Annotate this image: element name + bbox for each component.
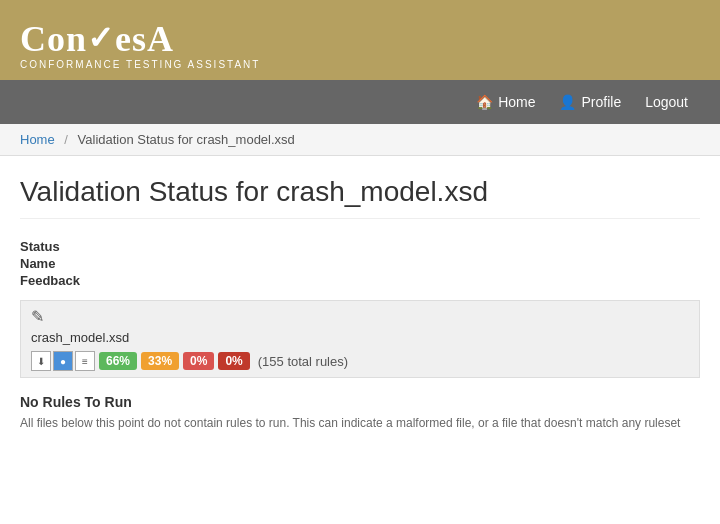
badge-66: 66%: [99, 352, 137, 370]
nav-home[interactable]: 🏠 Home: [464, 94, 547, 110]
breadcrumb-current: Validation Status for crash_model.xsd: [78, 132, 295, 147]
status-labels: Status Name Feedback: [20, 239, 700, 288]
logo-con: Con: [20, 19, 87, 59]
no-rules-description: All files below this point do not contai…: [20, 414, 700, 432]
download-icon: ⬇: [37, 356, 45, 367]
user-icon: 👤: [559, 94, 576, 110]
nav-logout-label: Logout: [645, 94, 688, 110]
file-name: crash_model.xsd: [31, 330, 689, 345]
feedback-label: Feedback: [20, 273, 700, 288]
breadcrumb-home-link[interactable]: Home: [20, 132, 55, 147]
logo-tesa: esA: [115, 19, 174, 59]
app-subtitle: Conformance Testing Assistant: [20, 59, 260, 70]
file-icon-btn-1[interactable]: ⬇: [31, 351, 51, 371]
no-rules-section: No Rules To Run All files below this poi…: [20, 394, 700, 432]
edit-icon: ✎: [31, 307, 689, 326]
page-title: Validation Status for crash_model.xsd: [20, 176, 700, 219]
logo-checkmark: ✓: [87, 20, 115, 56]
breadcrumb-separator: /: [64, 132, 68, 147]
nav-logout[interactable]: Logout: [633, 94, 700, 110]
file-icon-group: ⬇ ● ≡: [31, 351, 95, 371]
header-logo: Con✓esA Conformance Testing Assistant: [0, 0, 720, 80]
nav-profile[interactable]: 👤 Profile: [547, 94, 633, 110]
app-name: Con✓esA: [20, 21, 260, 57]
file-badges: ⬇ ● ≡ 66% 33% 0% 0% (155 total rules): [31, 351, 689, 371]
file-icon-btn-3[interactable]: ≡: [75, 351, 95, 371]
logo-block: Con✓esA Conformance Testing Assistant: [20, 21, 260, 70]
main-content: Validation Status for crash_model.xsd St…: [0, 156, 720, 452]
view-icon: ●: [60, 356, 66, 367]
name-label: Name: [20, 256, 700, 271]
nav-home-label: Home: [498, 94, 535, 110]
breadcrumb: Home / Validation Status for crash_model…: [0, 124, 720, 156]
home-icon: 🏠: [476, 94, 493, 110]
no-rules-title: No Rules To Run: [20, 394, 700, 410]
file-icon-btn-2[interactable]: ●: [53, 351, 73, 371]
nav-profile-label: Profile: [581, 94, 621, 110]
badge-0b: 0%: [218, 352, 249, 370]
file-section: ✎ crash_model.xsd ⬇ ● ≡ 66% 33% 0% 0% (1…: [20, 300, 700, 378]
navbar: 🏠 Home 👤 Profile Logout: [0, 80, 720, 124]
badge-33: 33%: [141, 352, 179, 370]
report-icon: ≡: [82, 356, 88, 367]
badge-0a: 0%: [183, 352, 214, 370]
total-rules: (155 total rules): [258, 354, 348, 369]
status-label: Status: [20, 239, 700, 254]
